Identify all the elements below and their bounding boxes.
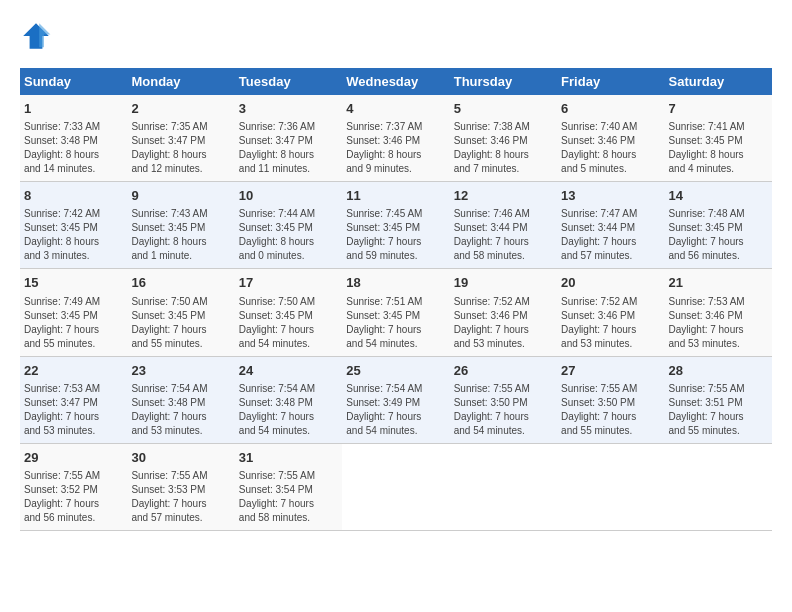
page-header	[20, 20, 772, 52]
calendar-cell: 23Sunrise: 7:54 AM Sunset: 3:48 PM Dayli…	[127, 356, 234, 443]
calendar-cell	[557, 443, 664, 530]
day-info: Sunrise: 7:50 AM Sunset: 3:45 PM Dayligh…	[131, 295, 230, 351]
day-info: Sunrise: 7:54 AM Sunset: 3:49 PM Dayligh…	[346, 382, 445, 438]
day-info: Sunrise: 7:42 AM Sunset: 3:45 PM Dayligh…	[24, 207, 123, 263]
day-info: Sunrise: 7:55 AM Sunset: 3:53 PM Dayligh…	[131, 469, 230, 525]
day-info: Sunrise: 7:51 AM Sunset: 3:45 PM Dayligh…	[346, 295, 445, 351]
day-info: Sunrise: 7:45 AM Sunset: 3:45 PM Dayligh…	[346, 207, 445, 263]
day-info: Sunrise: 7:43 AM Sunset: 3:45 PM Dayligh…	[131, 207, 230, 263]
day-number: 17	[239, 274, 338, 292]
column-header-monday: Monday	[127, 68, 234, 95]
calendar-cell: 25Sunrise: 7:54 AM Sunset: 3:49 PM Dayli…	[342, 356, 449, 443]
day-number: 23	[131, 362, 230, 380]
calendar-week-row: 15Sunrise: 7:49 AM Sunset: 3:45 PM Dayli…	[20, 269, 772, 356]
calendar-cell: 20Sunrise: 7:52 AM Sunset: 3:46 PM Dayli…	[557, 269, 664, 356]
day-number: 2	[131, 100, 230, 118]
calendar-cell: 24Sunrise: 7:54 AM Sunset: 3:48 PM Dayli…	[235, 356, 342, 443]
day-info: Sunrise: 7:49 AM Sunset: 3:45 PM Dayligh…	[24, 295, 123, 351]
calendar-cell: 14Sunrise: 7:48 AM Sunset: 3:45 PM Dayli…	[665, 182, 772, 269]
day-number: 12	[454, 187, 553, 205]
day-number: 20	[561, 274, 660, 292]
calendar-cell: 19Sunrise: 7:52 AM Sunset: 3:46 PM Dayli…	[450, 269, 557, 356]
day-number: 24	[239, 362, 338, 380]
day-number: 19	[454, 274, 553, 292]
column-header-thursday: Thursday	[450, 68, 557, 95]
day-info: Sunrise: 7:55 AM Sunset: 3:50 PM Dayligh…	[454, 382, 553, 438]
column-header-sunday: Sunday	[20, 68, 127, 95]
day-info: Sunrise: 7:40 AM Sunset: 3:46 PM Dayligh…	[561, 120, 660, 176]
column-header-saturday: Saturday	[665, 68, 772, 95]
day-number: 27	[561, 362, 660, 380]
day-info: Sunrise: 7:53 AM Sunset: 3:47 PM Dayligh…	[24, 382, 123, 438]
calendar-cell: 11Sunrise: 7:45 AM Sunset: 3:45 PM Dayli…	[342, 182, 449, 269]
calendar-cell: 26Sunrise: 7:55 AM Sunset: 3:50 PM Dayli…	[450, 356, 557, 443]
logo-icon	[20, 20, 52, 52]
calendar-week-row: 29Sunrise: 7:55 AM Sunset: 3:52 PM Dayli…	[20, 443, 772, 530]
day-info: Sunrise: 7:54 AM Sunset: 3:48 PM Dayligh…	[239, 382, 338, 438]
calendar-cell: 5Sunrise: 7:38 AM Sunset: 3:46 PM Daylig…	[450, 95, 557, 182]
calendar-cell: 3Sunrise: 7:36 AM Sunset: 3:47 PM Daylig…	[235, 95, 342, 182]
day-number: 4	[346, 100, 445, 118]
day-number: 15	[24, 274, 123, 292]
day-info: Sunrise: 7:53 AM Sunset: 3:46 PM Dayligh…	[669, 295, 768, 351]
calendar-cell: 30Sunrise: 7:55 AM Sunset: 3:53 PM Dayli…	[127, 443, 234, 530]
day-info: Sunrise: 7:55 AM Sunset: 3:51 PM Dayligh…	[669, 382, 768, 438]
day-number: 10	[239, 187, 338, 205]
calendar-cell: 31Sunrise: 7:55 AM Sunset: 3:54 PM Dayli…	[235, 443, 342, 530]
calendar-cell: 8Sunrise: 7:42 AM Sunset: 3:45 PM Daylig…	[20, 182, 127, 269]
day-number: 25	[346, 362, 445, 380]
day-info: Sunrise: 7:37 AM Sunset: 3:46 PM Dayligh…	[346, 120, 445, 176]
day-info: Sunrise: 7:41 AM Sunset: 3:45 PM Dayligh…	[669, 120, 768, 176]
day-number: 31	[239, 449, 338, 467]
day-info: Sunrise: 7:48 AM Sunset: 3:45 PM Dayligh…	[669, 207, 768, 263]
day-number: 26	[454, 362, 553, 380]
day-info: Sunrise: 7:54 AM Sunset: 3:48 PM Dayligh…	[131, 382, 230, 438]
calendar-cell: 29Sunrise: 7:55 AM Sunset: 3:52 PM Dayli…	[20, 443, 127, 530]
day-number: 7	[669, 100, 768, 118]
calendar-cell: 1Sunrise: 7:33 AM Sunset: 3:48 PM Daylig…	[20, 95, 127, 182]
calendar-cell	[665, 443, 772, 530]
day-number: 13	[561, 187, 660, 205]
calendar-cell: 21Sunrise: 7:53 AM Sunset: 3:46 PM Dayli…	[665, 269, 772, 356]
day-info: Sunrise: 7:50 AM Sunset: 3:45 PM Dayligh…	[239, 295, 338, 351]
calendar-cell: 12Sunrise: 7:46 AM Sunset: 3:44 PM Dayli…	[450, 182, 557, 269]
day-number: 21	[669, 274, 768, 292]
day-number: 18	[346, 274, 445, 292]
day-number: 8	[24, 187, 123, 205]
calendar-week-row: 22Sunrise: 7:53 AM Sunset: 3:47 PM Dayli…	[20, 356, 772, 443]
day-number: 11	[346, 187, 445, 205]
calendar-week-row: 1Sunrise: 7:33 AM Sunset: 3:48 PM Daylig…	[20, 95, 772, 182]
calendar-cell: 27Sunrise: 7:55 AM Sunset: 3:50 PM Dayli…	[557, 356, 664, 443]
calendar-cell: 13Sunrise: 7:47 AM Sunset: 3:44 PM Dayli…	[557, 182, 664, 269]
day-number: 28	[669, 362, 768, 380]
day-info: Sunrise: 7:47 AM Sunset: 3:44 PM Dayligh…	[561, 207, 660, 263]
day-info: Sunrise: 7:52 AM Sunset: 3:46 PM Dayligh…	[561, 295, 660, 351]
calendar-cell: 2Sunrise: 7:35 AM Sunset: 3:47 PM Daylig…	[127, 95, 234, 182]
day-info: Sunrise: 7:33 AM Sunset: 3:48 PM Dayligh…	[24, 120, 123, 176]
calendar-cell: 18Sunrise: 7:51 AM Sunset: 3:45 PM Dayli…	[342, 269, 449, 356]
calendar-cell: 28Sunrise: 7:55 AM Sunset: 3:51 PM Dayli…	[665, 356, 772, 443]
day-info: Sunrise: 7:35 AM Sunset: 3:47 PM Dayligh…	[131, 120, 230, 176]
calendar-cell: 16Sunrise: 7:50 AM Sunset: 3:45 PM Dayli…	[127, 269, 234, 356]
calendar-cell: 7Sunrise: 7:41 AM Sunset: 3:45 PM Daylig…	[665, 95, 772, 182]
day-number: 29	[24, 449, 123, 467]
day-number: 14	[669, 187, 768, 205]
day-number: 5	[454, 100, 553, 118]
day-number: 3	[239, 100, 338, 118]
day-number: 6	[561, 100, 660, 118]
day-info: Sunrise: 7:44 AM Sunset: 3:45 PM Dayligh…	[239, 207, 338, 263]
day-info: Sunrise: 7:46 AM Sunset: 3:44 PM Dayligh…	[454, 207, 553, 263]
calendar-cell: 17Sunrise: 7:50 AM Sunset: 3:45 PM Dayli…	[235, 269, 342, 356]
day-info: Sunrise: 7:52 AM Sunset: 3:46 PM Dayligh…	[454, 295, 553, 351]
calendar-cell: 6Sunrise: 7:40 AM Sunset: 3:46 PM Daylig…	[557, 95, 664, 182]
day-info: Sunrise: 7:55 AM Sunset: 3:52 PM Dayligh…	[24, 469, 123, 525]
calendar-cell	[450, 443, 557, 530]
day-info: Sunrise: 7:55 AM Sunset: 3:50 PM Dayligh…	[561, 382, 660, 438]
calendar-week-row: 8Sunrise: 7:42 AM Sunset: 3:45 PM Daylig…	[20, 182, 772, 269]
calendar-cell: 22Sunrise: 7:53 AM Sunset: 3:47 PM Dayli…	[20, 356, 127, 443]
day-number: 16	[131, 274, 230, 292]
day-info: Sunrise: 7:55 AM Sunset: 3:54 PM Dayligh…	[239, 469, 338, 525]
column-header-wednesday: Wednesday	[342, 68, 449, 95]
day-info: Sunrise: 7:36 AM Sunset: 3:47 PM Dayligh…	[239, 120, 338, 176]
day-number: 22	[24, 362, 123, 380]
